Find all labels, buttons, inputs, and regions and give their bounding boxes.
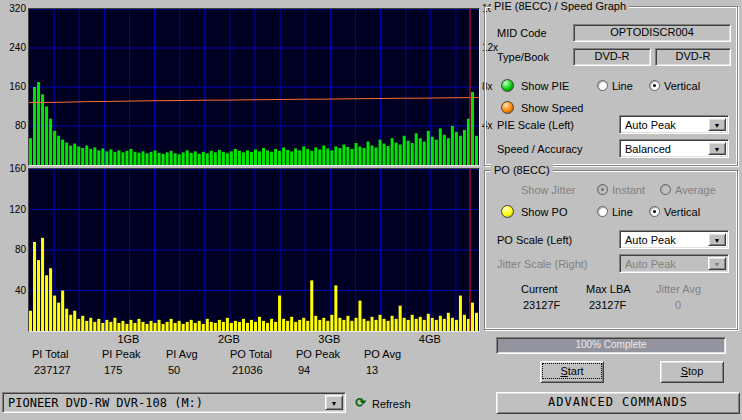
stat-po-peak: PO Peak 94 [296, 348, 362, 376]
stat-value: 94 [296, 364, 362, 376]
stat-pi-avg: PI Avg 50 [166, 348, 232, 376]
scan-progress-bar: 100% Complete [496, 337, 726, 354]
po-vertical-radio[interactable] [649, 206, 660, 217]
pie-scale-dropdown-button[interactable]: ▼ [708, 118, 726, 131]
disc-type-value: DVD-R [573, 48, 651, 66]
po-group-title: PO (8ECC) [491, 164, 553, 177]
pie-line-radio[interactable] [597, 80, 608, 91]
stat-pi-peak: PI Peak 175 [102, 348, 168, 376]
stat-value: 13 [364, 364, 430, 376]
pie-scale-label: PIE Scale (Left) [497, 119, 574, 132]
stat-value: 50 [166, 364, 232, 376]
max-lba-value: 23127F [589, 299, 626, 312]
x-axis-labels: 1GB2GB3GB4GB [28, 334, 478, 346]
show-speed-label: Show Speed [521, 102, 583, 115]
pie-speed-group-title: PIE (8ECC) / Speed Graph [491, 0, 629, 13]
show-jitter-label: Show Jitter [521, 184, 575, 197]
stat-label: PO Avg [364, 348, 430, 360]
speed-accuracy-label: Speed / Accuracy [497, 143, 583, 156]
type-book-label: Type/Book [497, 51, 549, 64]
refresh-icon[interactable]: ⟳ [355, 396, 366, 409]
book-type-value: DVD-R [655, 48, 731, 66]
pie-vertical-radio[interactable] [649, 80, 660, 91]
chevron-down-icon: ▼ [709, 258, 725, 271]
po-vertical-label[interactable]: Vertical [664, 206, 700, 219]
stat-po-total: PO Total 21036 [230, 348, 296, 376]
jitter-scale-select: Auto Peak ▼ [619, 254, 729, 273]
jitter-avg-header: Jitter Avg [656, 283, 701, 296]
po-scale-label: PO Scale (Left) [497, 234, 572, 247]
po-line-radio[interactable] [597, 206, 608, 217]
speed-accuracy-dropdown-button[interactable]: ▼ [708, 142, 726, 155]
po-group: PO (8ECC) Show Jitter Instant Average Sh… [484, 170, 738, 330]
pie-scale-select[interactable]: Auto Peak ▼ [619, 115, 729, 134]
max-lba-header: Max LBA [586, 283, 631, 296]
jitter-scale-value: Auto Peak [625, 258, 676, 270]
po-scale-value: Auto Peak [625, 234, 676, 246]
stat-label: PI Total [32, 348, 98, 360]
refresh-label[interactable]: Refresh [372, 398, 411, 411]
po-scale-select[interactable]: Auto Peak ▼ [619, 230, 729, 249]
stat-value: 237127 [32, 364, 98, 376]
chevron-down-icon: ▼ [709, 143, 725, 156]
stat-po-avg: PO Avg 13 [364, 348, 430, 376]
po-axis-labels: 1601208040 [2, 168, 26, 330]
stat-value: 175 [102, 364, 168, 376]
drive-dropdown-button[interactable]: ▼ [325, 395, 343, 410]
jitter-instant-label: Instant [612, 184, 645, 197]
po-scale-dropdown-button[interactable]: ▼ [708, 233, 726, 246]
mid-code-label: MID Code [497, 27, 547, 40]
show-pie-led-toggle[interactable] [501, 79, 514, 92]
start-button[interactable]: Start [540, 361, 604, 383]
pie-speed-graph [28, 8, 480, 166]
pie-speed-group: PIE (8ECC) / Speed Graph MID Code OPTODI… [484, 6, 738, 166]
current-lba-value: 23127F [523, 299, 560, 312]
chevron-down-icon: ▼ [709, 119, 725, 132]
disc-quality-scan-window: 32024016080 16x12x8x4x 1601208040 1GB2GB… [0, 0, 742, 420]
stat-label: PI Avg [166, 348, 232, 360]
current-lba-header: Current [521, 283, 558, 296]
speed-accuracy-value: Balanced [625, 143, 671, 155]
jitter-scale-label: Jitter Scale (Right) [497, 258, 587, 271]
show-po-label: Show PO [521, 206, 567, 219]
stat-label: PI Peak [102, 348, 168, 360]
jitter-avg-value: 0 [675, 299, 681, 312]
stop-button[interactable]: Stop [660, 361, 724, 383]
po-graph [28, 168, 480, 332]
po-line-label[interactable]: Line [612, 206, 633, 219]
speed-accuracy-select[interactable]: Balanced ▼ [619, 139, 729, 158]
show-pie-label: Show PIE [521, 80, 569, 93]
jitter-instant-radio [597, 184, 608, 195]
show-speed-led-toggle[interactable] [501, 101, 514, 114]
drive-select-value: PIONEER DVD-RW DVR-108 (M:) [8, 397, 203, 409]
pie-axis-labels: 32024016080 [2, 8, 26, 164]
jitter-average-label: Average [675, 184, 716, 197]
chevron-down-icon: ▼ [709, 234, 725, 247]
pie-scale-value: Auto Peak [625, 119, 676, 131]
drive-select[interactable]: PIONEER DVD-RW DVR-108 (M:) ▼ [2, 392, 346, 413]
progress-text: 100% Complete [575, 339, 646, 350]
stat-label: PO Total [230, 348, 296, 360]
advanced-commands-button[interactable]: ADVANCED COMMANDS [496, 392, 740, 414]
pie-vertical-label[interactable]: Vertical [664, 80, 700, 93]
stat-pi-total: PI Total 237127 [32, 348, 98, 376]
stat-value: 21036 [230, 364, 296, 376]
show-po-led-toggle[interactable] [501, 205, 514, 218]
jitter-scale-dropdown-button: ▼ [708, 257, 726, 270]
mid-code-value: OPTODISCR004 [573, 24, 731, 42]
stat-label: PO Peak [296, 348, 362, 360]
pie-line-label[interactable]: Line [612, 80, 633, 93]
jitter-average-radio [660, 184, 671, 195]
chevron-down-icon: ▼ [326, 396, 342, 411]
